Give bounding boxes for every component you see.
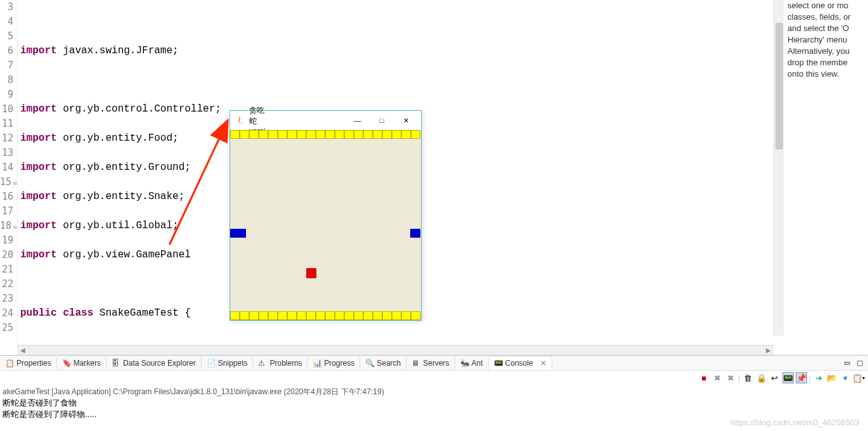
ant-icon: 🐜: [460, 359, 469, 368]
tab-search[interactable]: 🔍Search: [360, 357, 406, 370]
tab-ant[interactable]: 🐜Ant: [455, 357, 489, 370]
tab-servers[interactable]: 🖥Servers: [406, 357, 455, 370]
remove-all-button[interactable]: ✖: [725, 372, 736, 383]
snake-segment: [410, 229, 420, 238]
problems-icon: ⚠: [258, 359, 267, 368]
line-gutter: 3 4 5 6 7 8 9 10 11 12 13 14 15 16 17 18…: [0, 0, 18, 355]
scroll-right-icon[interactable]: ▶: [765, 347, 772, 354]
markers-icon: 🔖: [62, 359, 71, 368]
close-button[interactable]: ✕: [396, 113, 416, 128]
console-dropdown-button[interactable]: ▾: [839, 372, 851, 383]
window-titlebar[interactable]: 贪吃蛇versi... — □ ✕: [230, 111, 421, 130]
open-console-button[interactable]: 📂: [826, 372, 838, 383]
wall-bottom: [230, 311, 421, 320]
scroll-left-icon[interactable]: ◀: [19, 347, 27, 354]
show-console-button[interactable]: 📟: [782, 372, 794, 383]
watermark: https://blog.csdn.net/m0_46256503: [730, 418, 859, 427]
console-output[interactable]: akeGameTest [Java Application] C:\Progra…: [0, 385, 868, 421]
game-canvas[interactable]: [230, 130, 421, 320]
wall-top: [230, 130, 421, 139]
maximize-button[interactable]: □: [372, 113, 392, 128]
word-wrap-button[interactable]: ↩: [769, 372, 781, 383]
maximize-view-icon[interactable]: ▢: [854, 357, 865, 369]
scroll-lock-button[interactable]: 🔒: [756, 372, 767, 383]
datasource-icon: 🗄: [112, 359, 120, 368]
remove-launch-button[interactable]: ✖: [711, 372, 723, 383]
snippets-icon: 📄: [207, 359, 216, 368]
tab-data-source[interactable]: 🗄Data Source Explorer: [107, 357, 202, 370]
terminate-button[interactable]: ■: [698, 372, 709, 383]
console-icon: 📟: [494, 359, 503, 368]
tab-snippets[interactable]: 📄Snippets: [202, 357, 254, 370]
progress-icon: 📊: [313, 359, 321, 368]
minimize-view-icon[interactable]: ▭: [841, 357, 853, 369]
snake-game-window[interactable]: 贪吃蛇versi... — □ ✕: [230, 110, 422, 321]
properties-icon: 📋: [5, 359, 14, 368]
console-line: 断蛇是否碰到了食物: [3, 397, 865, 409]
search-icon: 🔍: [365, 359, 374, 368]
console-launch-header: akeGameTest [Java Application] C:\Progra…: [3, 386, 865, 397]
clear-console-button[interactable]: 🗑: [742, 372, 754, 383]
tab-console[interactable]: 📟Console ✕: [489, 356, 552, 370]
views-tabs: 📋Properties 🔖Markers 🗄Data Source Explor…: [0, 356, 868, 371]
pin-console-button[interactable]: 📌: [796, 372, 807, 383]
editor-horizontal-scrollbar[interactable]: ◀ ▶: [18, 345, 774, 355]
display-selected-console-button[interactable]: ➜: [813, 372, 824, 383]
tab-properties[interactable]: 📋Properties: [0, 357, 57, 370]
tab-markers[interactable]: 🔖Markers: [57, 357, 107, 370]
tab-close-icon[interactable]: ✕: [540, 359, 547, 368]
tab-problems[interactable]: ⚠Problems: [253, 357, 308, 370]
new-console-dropdown[interactable]: 📋▾: [853, 372, 864, 383]
tab-progress[interactable]: 📊Progress: [308, 357, 360, 370]
type-hierarchy-help: select one or mo classes, fields, or and…: [784, 0, 868, 355]
editor-vertical-scrollbar[interactable]: [774, 0, 784, 336]
servers-icon: 🖥: [411, 359, 420, 368]
food: [306, 268, 316, 278]
minimize-button[interactable]: —: [347, 113, 368, 128]
scrollbar-thumb[interactable]: [775, 23, 783, 150]
console-toolbar: ■ ✖ ✖ | 🗑 🔒 ↩ 📟 📌 | ➜ 📂 ▾ 📋▾: [0, 371, 868, 385]
snake-segment: [230, 229, 246, 238]
java-icon: [235, 115, 245, 125]
